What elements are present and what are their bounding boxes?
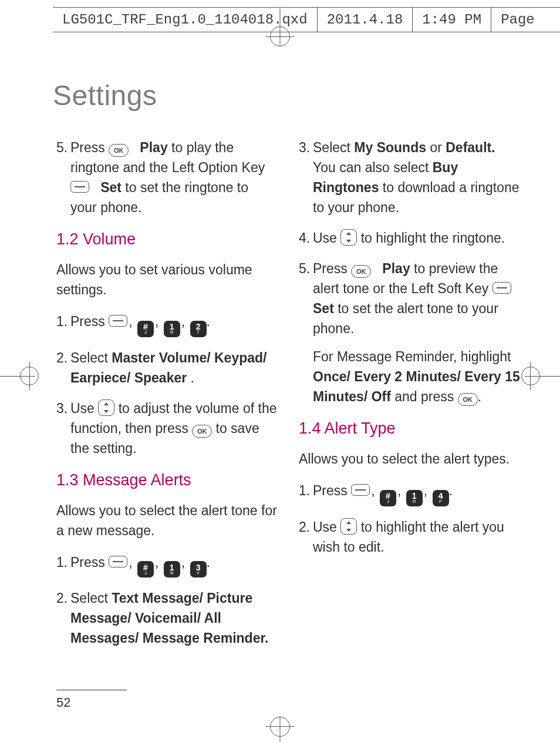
sec14-step-2: 2. Use to highlight the alert you wish t… <box>299 517 520 557</box>
section-1-2-head: 1.2 Volume <box>56 228 278 251</box>
page-number-rule <box>56 690 127 690</box>
ok-key-icon: OK <box>351 265 371 278</box>
section-1-2-intro: Allows you to set various volume setting… <box>56 260 278 300</box>
nav-key-icon <box>340 518 357 535</box>
header-page: Page <box>491 7 544 32</box>
ok-key-icon: OK <box>458 393 478 406</box>
sec13-step-1: 1. Press , #J, 1R, 3Y. <box>56 552 278 578</box>
one-key-icon: 1R <box>164 321 180 337</box>
page: LG501C_TRF_Eng1.0_1104018.qxd 2011.4.18 … <box>0 0 560 742</box>
page-number: 52 <box>56 695 70 710</box>
page-title: Settings <box>53 79 520 112</box>
content: Settings 5. Press OK Play to play the ri… <box>56 79 520 701</box>
left-soft-key-icon <box>109 315 127 327</box>
nav-key-icon <box>98 399 114 416</box>
step-4-highlight-ringtone: 4. Use to highlight the ringtone. <box>299 228 520 248</box>
header-date: 2011.4.18 <box>318 7 413 32</box>
sec12-step-1: 1. Press , #J, 1R, 2T. <box>56 311 278 337</box>
columns: 5. Press OK Play to play the ringtone an… <box>56 137 520 659</box>
header-time: 1:49 PM <box>413 7 491 32</box>
section-1-3-head: 1.3 Message Alerts <box>56 469 278 492</box>
four-key-icon: 4F <box>433 490 449 506</box>
two-key-icon: 2T <box>190 321 207 337</box>
left-column: 5. Press OK Play to play the ringtone an… <box>56 137 278 659</box>
step-3-my-sounds: 3. Select My Sounds or Default. You can … <box>299 137 520 217</box>
sec14-step-1: 1. Press , #J, 1R, 4F. <box>299 481 520 506</box>
step-5-ringtone: 5. Press OK Play to play the ringtone an… <box>56 137 278 217</box>
sec13-step-2: 2. Select Text Message/ Picture Message/… <box>56 588 278 648</box>
right-column: 3. Select My Sounds or Default. You can … <box>299 137 520 659</box>
three-key-icon: 3Y <box>190 561 207 578</box>
ok-key-icon: OK <box>192 425 212 438</box>
nav-key-icon <box>340 229 357 246</box>
one-key-icon: 1R <box>164 561 180 578</box>
left-soft-key-icon <box>492 282 511 294</box>
print-header: LG501C_TRF_Eng1.0_1104018.qxd 2011.4.18 … <box>0 7 560 34</box>
sec12-step-2: 2. Select Master Volume/ Keypad/ Earpiec… <box>56 348 278 388</box>
crop-mark-bottom-icon <box>268 707 292 742</box>
left-soft-key-icon <box>109 556 127 568</box>
one-key-icon: 1R <box>406 490 423 506</box>
hash-key-icon: #J <box>137 561 154 578</box>
sec12-step-3: 3. Use to adjust the volume of the funct… <box>56 398 278 458</box>
header-filename: LG501C_TRF_Eng1.0_1104018.qxd <box>53 7 318 32</box>
crop-mark-right-icon <box>519 364 560 388</box>
step-5-preview-alert: 5. Press OK Play to preview the alert to… <box>299 258 520 407</box>
section-1-4-intro: Allows you to select the alert types. <box>299 449 520 469</box>
section-1-4-head: 1.4 Alert Type <box>299 417 520 441</box>
section-1-3-intro: Allows you to select the alert tone for … <box>56 501 278 540</box>
crop-mark-left-icon <box>0 364 41 388</box>
ok-key-icon: OK <box>109 144 129 157</box>
left-soft-key-icon <box>351 484 370 496</box>
left-soft-key-icon <box>70 181 89 193</box>
hash-key-icon: #J <box>137 321 154 337</box>
hash-key-icon: #J <box>380 490 396 506</box>
